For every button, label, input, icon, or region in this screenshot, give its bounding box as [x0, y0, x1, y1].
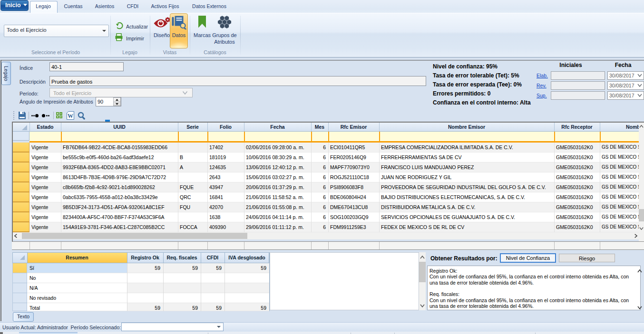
svg-text:W: W — [68, 113, 73, 119]
